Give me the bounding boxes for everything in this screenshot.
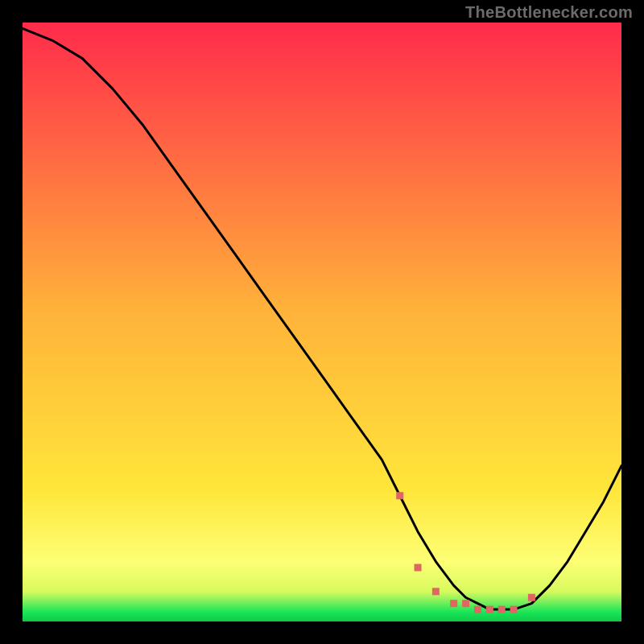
chart-container: TheBottlenecker.com [0,0,644,644]
plot-area [23,23,621,621]
curve-layer [23,23,621,621]
attribution-text: TheBottlenecker.com [465,3,633,22]
